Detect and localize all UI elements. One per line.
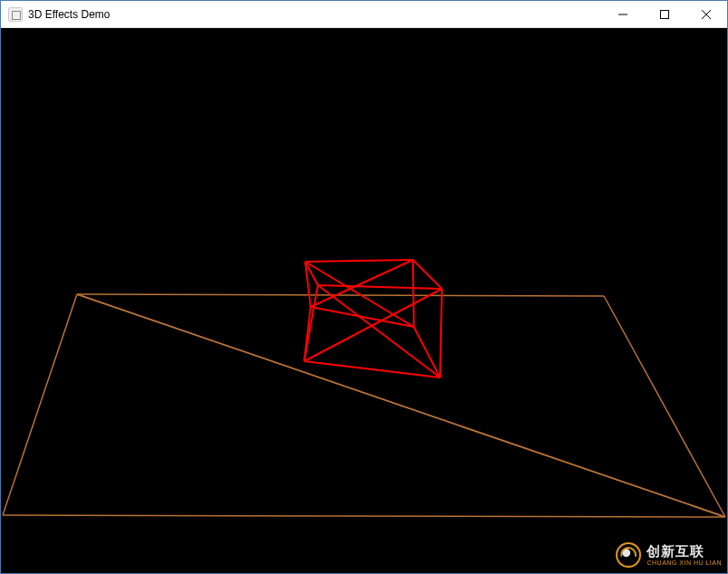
svg-line-19 bbox=[414, 327, 440, 378]
watermark-text-en: CHUANG XIN HU LIAN bbox=[647, 560, 722, 566]
svg-line-11 bbox=[440, 289, 442, 378]
svg-line-4 bbox=[77, 294, 604, 296]
watermark: 创新互联 CHUANG XIN HU LIAN bbox=[616, 542, 722, 568]
app-icon bbox=[8, 7, 23, 22]
minimize-button[interactable] bbox=[602, 1, 644, 27]
watermark-logo-icon bbox=[616, 542, 641, 568]
svg-line-10 bbox=[304, 361, 440, 378]
svg-line-15 bbox=[413, 260, 414, 327]
scene-canvas bbox=[1, 28, 727, 573]
svg-line-8 bbox=[3, 515, 725, 517]
maximize-button[interactable] bbox=[644, 1, 685, 27]
window-title: 3D Effects Demo bbox=[28, 8, 110, 21]
maximize-icon bbox=[660, 10, 669, 19]
close-button[interactable] bbox=[685, 1, 727, 27]
svg-line-5 bbox=[604, 296, 725, 517]
watermark-text-cn: 创新互联 bbox=[647, 544, 722, 558]
titlebar[interactable]: 3D Effects Demo bbox=[1, 1, 727, 28]
svg-line-14 bbox=[305, 260, 413, 262]
svg-rect-1 bbox=[661, 10, 669, 18]
svg-line-12 bbox=[318, 285, 442, 289]
window-controls bbox=[602, 1, 727, 27]
svg-line-7 bbox=[77, 294, 725, 517]
3d-viewport[interactable]: 创新互联 CHUANG XIN HU LIAN bbox=[1, 28, 727, 573]
close-icon bbox=[702, 10, 711, 19]
svg-line-9 bbox=[3, 294, 77, 515]
app-window: 3D Effects Demo 创新互联 CHUANG XIN HU LIAN bbox=[0, 0, 728, 574]
svg-line-20 bbox=[413, 260, 442, 289]
minimize-icon bbox=[618, 10, 627, 19]
svg-line-25 bbox=[311, 260, 413, 307]
